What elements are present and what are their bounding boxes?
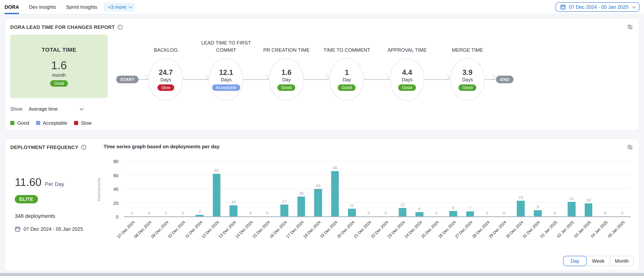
- bar-column[interactable]: 025 Dec 2024: [428, 162, 445, 216]
- flow-node-time-to-comment[interactable]: TIME TO COMMENT 1 Day Good: [330, 58, 364, 101]
- bar-column[interactable]: 007 Dec 2024: [124, 162, 140, 216]
- x-axis-label: 14 Dec 2024: [234, 220, 254, 239]
- more-tabs-button[interactable]: +3 more: [104, 3, 135, 12]
- bar-value-label: 29: [299, 191, 303, 195]
- bar-column[interactable]: 2330 Dec 2024: [512, 162, 529, 216]
- flow-node-title: APPROVAL TIME: [375, 47, 439, 54]
- bar-column[interactable]: 005 Jan 2025: [614, 162, 631, 216]
- bar-column[interactable]: 1903 Jan 2025: [580, 162, 597, 216]
- deployment-bar[interactable]: [348, 209, 356, 216]
- bar-value-label: 16: [231, 200, 236, 204]
- top-tab-bar: DORA Dev Insights Sprint Insights +3 mor…: [0, 0, 644, 15]
- deployment-bar[interactable]: [416, 212, 423, 216]
- bar-value-label: 2: [199, 209, 201, 214]
- bar-column[interactable]: 624 Dec 2024: [411, 162, 428, 216]
- chart-settings-button[interactable]: [626, 23, 634, 31]
- x-axis-label: 12 Dec 2024: [201, 220, 220, 239]
- bar-column[interactable]: 6212 Dec 2024: [208, 162, 225, 216]
- deployment-bar[interactable]: [466, 212, 474, 216]
- status-badge: Acceptable: [212, 84, 240, 91]
- bar-column[interactable]: 826 Dec 2024: [445, 162, 462, 216]
- bar-value-label: 12: [400, 202, 405, 207]
- deployment-bar[interactable]: [517, 201, 525, 216]
- bar-column[interactable]: 211 Dec 2024: [191, 162, 208, 216]
- bar-column[interactable]: 028 Dec 2024: [478, 162, 496, 216]
- bar-value-label: 8: [452, 205, 454, 210]
- flow-node-title: LEAD TIME TO FIRST COMMIT: [194, 40, 258, 54]
- bar-column[interactable]: 008 Dec 2024: [140, 162, 158, 216]
- deployment-bar[interactable]: [331, 171, 339, 216]
- bar-value-label: 40: [316, 183, 320, 188]
- flow-node-approval-time[interactable]: APPROVAL TIME 4.4 Days Good: [390, 58, 424, 101]
- date-range-picker[interactable]: 07 Dec 2024 - 05 Jan 2025: [556, 2, 640, 12]
- flow-node-lead-time-first-commit[interactable]: LEAD TIME TO FIRST COMMIT 12.1 Days Acce…: [209, 58, 244, 101]
- x-axis-label: 09 Dec 2024: [150, 220, 169, 239]
- chevron-down-icon: [632, 5, 636, 8]
- bar-column[interactable]: 021 Dec 2024: [360, 162, 377, 216]
- tab-sprint-insights[interactable]: Sprint Insights: [66, 0, 97, 14]
- flow-arrow: [304, 79, 330, 80]
- flow-node-title: TIME TO COMMENT: [315, 47, 379, 54]
- flow-node-unit: Days: [402, 77, 412, 82]
- bar-column[interactable]: 1716 Dec 2024: [276, 162, 293, 216]
- deployment-bar[interactable]: [297, 197, 305, 216]
- stats-date-range-label: 07 Dec 2024 - 05 Jan 2025: [24, 226, 83, 232]
- deployment-bar[interactable]: [584, 203, 592, 216]
- deployment-bar[interactable]: [399, 208, 406, 216]
- sliders-icon: [626, 23, 634, 31]
- flow-node-value: 12.1: [219, 68, 233, 77]
- info-icon[interactable]: i: [118, 25, 122, 30]
- x-axis-label: 23 Dec 2024: [386, 220, 406, 239]
- granularity-month-button[interactable]: Month: [610, 256, 634, 266]
- deployment-bar[interactable]: [213, 174, 220, 216]
- granularity-week-button[interactable]: Week: [587, 256, 610, 266]
- bar-column[interactable]: 727 Dec 2024: [462, 162, 478, 216]
- deployment-bar[interactable]: [230, 205, 237, 216]
- bar-column[interactable]: 015 Dec 2024: [259, 162, 276, 216]
- x-axis-label: 18 Dec 2024: [302, 220, 321, 239]
- flow-node-pr-creation-time[interactable]: PR CREATION TIME 1.6 Day Good: [269, 58, 304, 101]
- bar-column[interactable]: 022 Dec 2024: [377, 162, 394, 216]
- deployment-bar[interactable]: [196, 215, 204, 216]
- bar-column[interactable]: 2102 Jan 2025: [563, 162, 580, 216]
- granularity-day-button[interactable]: Day: [563, 256, 587, 266]
- date-range-label: 07 Dec 2024 - 05 Jan 2025: [569, 4, 628, 10]
- deployment-bar[interactable]: [449, 211, 457, 216]
- deployment-rate: 11.60 Per Day: [15, 176, 96, 189]
- y-tick-label: 40: [113, 187, 118, 192]
- bar-column[interactable]: 014 Dec 2024: [242, 162, 259, 216]
- bar-column[interactable]: 009 Dec 2024: [158, 162, 174, 216]
- x-axis-label: 05 Jan 2025: [607, 220, 626, 238]
- bar-column[interactable]: 029 Dec 2024: [496, 162, 512, 216]
- show-dropdown[interactable]: Average time: [29, 106, 82, 112]
- x-axis-label: 01 Jan 2025: [539, 220, 558, 238]
- tab-dev-insights[interactable]: Dev Insights: [29, 0, 56, 14]
- deployment-bar[interactable]: [314, 189, 322, 216]
- x-axis-label: 13 Dec 2024: [218, 220, 237, 239]
- flow-node-unit: Day: [282, 77, 290, 82]
- bar-column[interactable]: 1120 Dec 2024: [344, 162, 360, 216]
- chart-settings-button[interactable]: [626, 143, 634, 151]
- status-badge: Good: [50, 80, 68, 86]
- bar-column[interactable]: 4018 Dec 2024: [310, 162, 326, 216]
- flow-node-unit: Days: [221, 77, 232, 82]
- bar-column[interactable]: 2917 Dec 2024: [293, 162, 310, 216]
- bar-column[interactable]: 6619 Dec 2024: [326, 162, 344, 216]
- bar-column[interactable]: 010 Dec 2024: [174, 162, 191, 216]
- legend-swatch-acceptable: [36, 121, 40, 125]
- deployment-bar[interactable]: [568, 202, 576, 216]
- info-icon[interactable]: i: [81, 145, 86, 150]
- deployment-frequency-header: DEPLOYMENT FREQUENCY i Time series graph…: [10, 143, 634, 151]
- bar-column[interactable]: 1223 Dec 2024: [394, 162, 411, 216]
- bar-column[interactable]: 1613 Dec 2024: [225, 162, 242, 216]
- deployment-bar[interactable]: [534, 210, 542, 216]
- deployment-bar[interactable]: [280, 205, 288, 216]
- tab-dora[interactable]: DORA: [4, 0, 19, 14]
- bar-column[interactable]: 004 Jan 2025: [597, 162, 614, 216]
- bar-column[interactable]: 001 Jan 2025: [546, 162, 563, 216]
- flow-node-backlog[interactable]: BACKLOG 24.7 Days Slow: [148, 58, 183, 101]
- flow-node-merge-time[interactable]: MERGE TIME 3.9 Days Good: [450, 58, 485, 101]
- bar-column[interactable]: 931 Dec 2024: [530, 162, 546, 216]
- status-badge: Good: [278, 84, 296, 91]
- x-axis-label: 10 Dec 2024: [167, 220, 186, 239]
